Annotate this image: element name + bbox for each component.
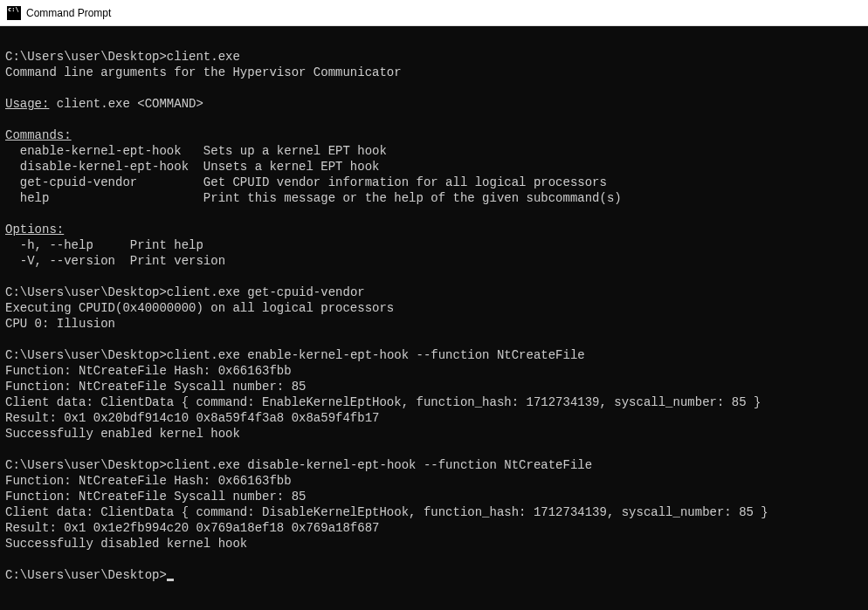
prompt: C:\Users\user\Desktop> — [5, 285, 167, 299]
option-help-line: -h, --help Print help — [5, 238, 203, 252]
prompt: C:\Users\user\Desktop> — [5, 568, 167, 582]
out-line: Result: 0x1 0x20bdf914c10 0x8a59f4f3a8 0… — [5, 411, 379, 425]
cmd1: client.exe — [167, 50, 240, 64]
out-line: Result: 0x1 0x1e2fb994c20 0x769a18ef18 0… — [5, 521, 379, 535]
titlebar[interactable]: Command Prompt — [0, 0, 868, 26]
out-line: CPU 0: Illusion — [5, 317, 115, 331]
prompt: C:\Users\user\Desktop> — [5, 50, 167, 64]
out-line: Executing CPUID(0x40000000) on all logic… — [5, 301, 394, 315]
out-line: Function: NtCreateFile Syscall number: 8… — [5, 490, 306, 504]
prompt: C:\Users\user\Desktop> — [5, 458, 167, 472]
command-help-line: disable-kernel-ept-hook Unsets a kernel … — [5, 160, 379, 174]
out-line: Successfully enabled kernel hook — [5, 427, 240, 441]
options-label: Options: — [5, 223, 64, 236]
out-line: Function: NtCreateFile Hash: 0x66163fbb — [5, 474, 292, 488]
cmd4: client.exe disable-kernel-ept-hook --fun… — [167, 458, 592, 472]
out-line: Client data: ClientData { command: Enabl… — [5, 395, 761, 409]
out-line: Client data: ClientData { command: Disab… — [5, 505, 768, 519]
window-title: Command Prompt — [26, 7, 111, 19]
out-line: Function: NtCreateFile Syscall number: 8… — [5, 380, 306, 394]
cmd3: client.exe enable-kernel-ept-hook --func… — [167, 348, 585, 362]
out-line: Command line arguments for the Hyperviso… — [5, 65, 402, 79]
commands-label: Commands: — [5, 128, 72, 142]
option-help-line: -V, --version Print version — [5, 254, 225, 268]
cursor — [167, 579, 174, 581]
prompt: C:\Users\user\Desktop> — [5, 348, 167, 362]
command-help-line: enable-kernel-ept-hook Sets up a kernel … — [5, 144, 387, 158]
command-help-line: help Print this message or the help of t… — [5, 191, 622, 205]
usage-label: Usage: — [5, 97, 49, 111]
out-line: Successfully disabled kernel hook — [5, 537, 247, 551]
command-help-line: get-cpuid-vendor Get CPUID vendor inform… — [5, 175, 607, 189]
terminal-output[interactable]: C:\Users\user\Desktop>client.exe Command… — [0, 26, 868, 610]
cmd-icon — [7, 6, 21, 20]
out-line: Function: NtCreateFile Hash: 0x66163fbb — [5, 364, 292, 378]
cmd2: client.exe get-cpuid-vendor — [167, 285, 365, 299]
usage-text: client.exe <COMMAND> — [49, 97, 203, 111]
